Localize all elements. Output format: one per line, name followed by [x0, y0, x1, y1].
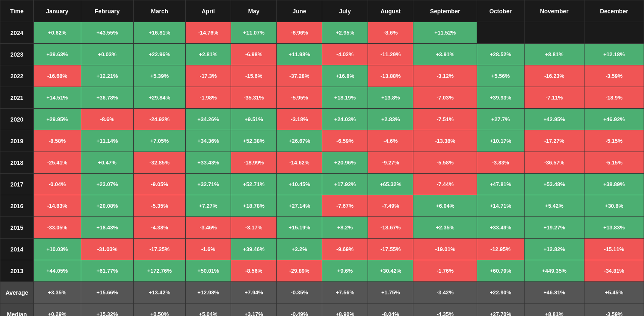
median-cell-2: +0.50% — [134, 304, 186, 316]
header-november: November — [524, 0, 584, 22]
cell-2024-December — [584, 22, 644, 44]
table-body: 2024+0.62%+43.55%+16.81%-14.76%+11.07%-6… — [0, 22, 644, 316]
cell-2019-November: -17.27% — [524, 130, 584, 152]
header-january: January — [34, 0, 81, 22]
header-may: May — [231, 0, 277, 22]
cell-2023-April: +2.81% — [185, 44, 231, 65]
average-row: Average+3.35%+15.66%+13.42%+12.98%+7.94%… — [0, 282, 644, 304]
cell-2024-July: +2.95% — [322, 22, 368, 44]
cell-2016-April: +7.27% — [185, 195, 231, 217]
median-cell-5: -0.49% — [276, 304, 322, 316]
cell-2020-June: -3.18% — [276, 109, 322, 130]
cell-2017-April: +32.71% — [185, 174, 231, 195]
header-june: June — [276, 0, 322, 22]
average-cell-4: +7.94% — [231, 282, 277, 304]
cell-2019-March: +7.05% — [134, 130, 186, 152]
cell-2013-March: +172.76% — [134, 260, 186, 282]
cell-2023-January: +39.63% — [34, 44, 81, 65]
table-row: 2018-25.41%+0.47%-32.85%+33.43%-18.99%-1… — [0, 152, 644, 174]
cell-2023-March: +22.96% — [134, 44, 186, 65]
cell-2014-October: -12.95% — [477, 239, 524, 260]
table-row: 2014+10.03%-31.03%-17.25%-1.6%+39.46%+2.… — [0, 239, 644, 260]
cell-2023-October: +28.52% — [477, 44, 524, 65]
cell-2013-August: +30.42% — [368, 260, 413, 282]
cell-2013-February: +61.77% — [81, 260, 134, 282]
cell-2015-September: +2.35% — [413, 217, 477, 239]
cell-2021-November: -7.11% — [524, 87, 584, 109]
cell-2021-February: +36.78% — [81, 87, 134, 109]
cell-2021-December: -18.9% — [584, 87, 644, 109]
median-cell-1: +15.32% — [81, 304, 134, 316]
cell-2023-August: -11.29% — [368, 44, 413, 65]
median-cell-8: -4.35% — [413, 304, 477, 316]
year-label-2013: 2013 — [0, 260, 34, 282]
cell-2020-December: +46.92% — [584, 109, 644, 130]
median-row: Median+0.29%+15.32%+0.50%+5.04%+3.17%-0.… — [0, 304, 644, 316]
year-label-2023: 2023 — [0, 44, 34, 65]
cell-2014-November: +12.82% — [524, 239, 584, 260]
cell-2018-March: -32.85% — [134, 152, 186, 174]
median-cell-9: +27.70% — [477, 304, 524, 316]
year-label-2014: 2014 — [0, 239, 34, 260]
header-august: August — [368, 0, 413, 22]
cell-2017-October: +47.81% — [477, 174, 524, 195]
header-september: September — [413, 0, 477, 22]
cell-2015-January: -33.05% — [34, 217, 81, 239]
cell-2021-October: +39.93% — [477, 87, 524, 109]
cell-2023-July: -4.02% — [322, 44, 368, 65]
cell-2023-September: +3.91% — [413, 44, 477, 65]
cell-2015-February: +18.43% — [81, 217, 134, 239]
cell-2024-May: +11.07% — [231, 22, 277, 44]
cell-2016-February: +20.08% — [81, 195, 134, 217]
cell-2022-April: -17.3% — [185, 65, 231, 87]
cell-2019-February: +11.14% — [81, 130, 134, 152]
cell-2024-August: -8.6% — [368, 22, 413, 44]
cell-2017-January: -0.04% — [34, 174, 81, 195]
year-label-2022: 2022 — [0, 65, 34, 87]
year-label-2017: 2017 — [0, 174, 34, 195]
cell-2017-May: +52.71% — [231, 174, 277, 195]
table-row: 2024+0.62%+43.55%+16.81%-14.76%+11.07%-6… — [0, 22, 644, 44]
cell-2014-July: -9.69% — [322, 239, 368, 260]
cell-2019-May: +52.38% — [231, 130, 277, 152]
cell-2017-August: +65.32% — [368, 174, 413, 195]
cell-2024-June: -6.96% — [276, 22, 322, 44]
cell-2022-August: -13.88% — [368, 65, 413, 87]
average-cell-1: +15.66% — [81, 282, 134, 304]
cell-2022-October: +5.56% — [477, 65, 524, 87]
cell-2013-September: -1.76% — [413, 260, 477, 282]
median-cell-10: +8.81% — [524, 304, 584, 316]
median-cell-6: +8.90% — [322, 304, 368, 316]
cell-2016-July: -7.67% — [322, 195, 368, 217]
cell-2023-December: +12.18% — [584, 44, 644, 65]
cell-2021-September: -7.03% — [413, 87, 477, 109]
header-february: February — [81, 0, 134, 22]
cell-2018-May: -18.99% — [231, 152, 277, 174]
cell-2021-April: -1.98% — [185, 87, 231, 109]
header-april: April — [185, 0, 231, 22]
cell-2013-January: +44.05% — [34, 260, 81, 282]
cell-2013-May: -8.56% — [231, 260, 277, 282]
cell-2018-April: +33.43% — [185, 152, 231, 174]
table-row: 2019-8.58%+11.14%+7.05%+34.36%+52.38%+26… — [0, 130, 644, 152]
header-october: October — [477, 0, 524, 22]
cell-2021-August: +13.8% — [368, 87, 413, 109]
median-label: Median — [0, 304, 34, 316]
cell-2014-June: +2.2% — [276, 239, 322, 260]
cell-2018-August: -9.27% — [368, 152, 413, 174]
header-december: December — [584, 0, 644, 22]
cell-2022-September: -3.12% — [413, 65, 477, 87]
cell-2016-November: +5.42% — [524, 195, 584, 217]
cell-2015-December: +13.83% — [584, 217, 644, 239]
year-label-2019: 2019 — [0, 130, 34, 152]
cell-2016-June: +27.14% — [276, 195, 322, 217]
median-cell-7: -8.04% — [368, 304, 413, 316]
cell-2022-January: -16.68% — [34, 65, 81, 87]
average-cell-5: -0.35% — [276, 282, 322, 304]
header-time: Time — [0, 0, 34, 22]
cell-2024-February: +43.55% — [81, 22, 134, 44]
cell-2017-February: +23.07% — [81, 174, 134, 195]
year-label-2016: 2016 — [0, 195, 34, 217]
cell-2016-January: -14.83% — [34, 195, 81, 217]
cell-2020-September: -7.51% — [413, 109, 477, 130]
